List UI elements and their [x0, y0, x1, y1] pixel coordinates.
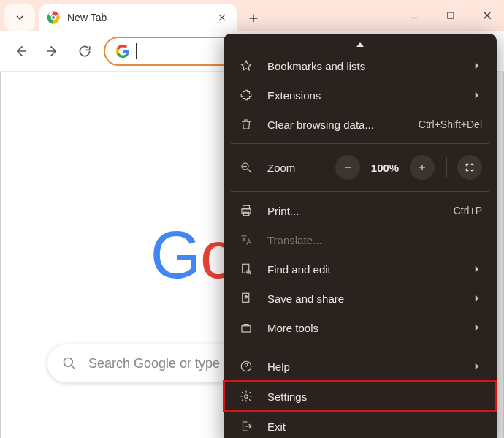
menu-item-zoom: Zoom 100% — [224, 148, 497, 186]
forward-button[interactable] — [39, 38, 66, 64]
menu-shortcut: Ctrl+P — [454, 205, 482, 216]
chevron-right-icon — [474, 294, 480, 303]
gear-icon — [240, 390, 253, 403]
fullscreen-icon — [465, 162, 475, 173]
menu-label: Bookmarks and lists — [267, 60, 472, 72]
chevron-right-icon — [474, 362, 480, 371]
text-cursor — [136, 43, 137, 59]
menu-label: Translate... — [267, 234, 482, 246]
divider — [446, 157, 447, 178]
browser-tab[interactable]: New Tab — [39, 4, 237, 31]
document-search-icon — [240, 263, 253, 276]
svg-rect-8 — [243, 212, 249, 216]
fullscreen-button[interactable] — [457, 155, 482, 180]
exit-icon — [240, 420, 253, 433]
menu-item-exit[interactable]: Exit — [224, 412, 497, 438]
arrow-right-icon — [45, 44, 60, 58]
menu-item-extensions[interactable]: Extensions — [224, 80, 497, 110]
menu-item-save-share[interactable]: Save and share — [224, 284, 497, 313]
trash-icon — [240, 118, 253, 131]
new-tab-button[interactable] — [241, 6, 266, 31]
close-icon — [217, 12, 227, 23]
window-controls — [402, 4, 500, 26]
tab-search-button[interactable] — [4, 4, 35, 31]
plus-icon — [417, 162, 427, 173]
close-window-button[interactable] — [475, 4, 500, 26]
zoom-out-button[interactable] — [335, 155, 360, 180]
minimize-icon — [409, 10, 419, 20]
menu-separator — [231, 143, 489, 144]
menu-label: Print... — [267, 205, 454, 217]
minimize-button[interactable] — [402, 4, 427, 26]
printer-icon — [240, 204, 253, 217]
reload-button[interactable] — [72, 38, 98, 64]
menu-item-print[interactable]: Print... Ctrl+P — [224, 196, 497, 225]
menu-item-help[interactable]: Help — [224, 352, 497, 381]
menu-item-more-tools[interactable]: More tools — [224, 313, 497, 342]
address-bar[interactable] — [104, 37, 243, 66]
menu-shortcut: Ctrl+Shift+Del — [419, 118, 482, 130]
close-icon — [481, 10, 493, 21]
maximize-button[interactable] — [438, 4, 463, 26]
menu-label: Save and share — [267, 292, 472, 305]
chevron-right-icon — [474, 91, 480, 99]
menu-separator — [231, 347, 489, 347]
zoom-in-button[interactable] — [410, 155, 435, 180]
maximize-icon — [446, 10, 456, 20]
menu-label: Exit — [267, 420, 482, 433]
svg-rect-6 — [243, 205, 250, 209]
chrome-menu: Bookmarks and lists Extensions Clear bro… — [224, 34, 497, 438]
help-icon — [240, 360, 253, 373]
vertical-scrollbar[interactable] — [497, 72, 503, 438]
menu-item-find-edit[interactable]: Find and edit — [224, 254, 497, 284]
zoom-icon — [240, 161, 253, 174]
menu-separator — [231, 191, 489, 192]
svg-point-2 — [51, 15, 55, 19]
svg-point-14 — [245, 395, 248, 399]
chrome-icon — [47, 11, 60, 24]
svg-point-4 — [64, 358, 73, 367]
menu-label: Extensions — [267, 89, 472, 102]
tab-strip: New Tab — [0, 0, 504, 31]
svg-rect-9 — [243, 264, 249, 273]
tab-title: New Tab — [67, 12, 215, 23]
chevron-right-icon — [474, 323, 480, 332]
menu-item-bookmarks[interactable]: Bookmarks and lists — [224, 51, 497, 80]
menu-item-translate[interactable]: Translate... — [224, 225, 497, 254]
menu-label: More tools — [267, 322, 472, 334]
menu-item-settings[interactable]: Settings — [224, 381, 497, 412]
menu-label: Find and edit — [267, 263, 472, 276]
search-icon — [62, 356, 77, 371]
zoom-value: 100% — [367, 162, 402, 174]
toolbox-icon — [240, 321, 253, 334]
tab-close-button[interactable] — [215, 10, 229, 25]
chevron-right-icon — [474, 61, 480, 70]
chevron-down-icon — [14, 12, 26, 23]
menu-item-clear-browsing[interactable]: Clear browsing data... Ctrl+Shift+Del — [224, 110, 497, 139]
zoom-label: Zoom — [267, 162, 335, 174]
google-g-icon — [115, 44, 130, 58]
chevron-right-icon — [474, 265, 480, 273]
share-icon — [240, 292, 253, 305]
arrow-left-icon — [13, 44, 28, 58]
svg-rect-12 — [242, 326, 251, 332]
plus-icon — [248, 12, 259, 24]
menu-label: Settings — [267, 390, 482, 403]
menu-caret — [224, 34, 497, 51]
reload-icon — [77, 44, 92, 58]
svg-rect-3 — [448, 12, 454, 18]
svg-rect-11 — [243, 293, 249, 302]
puzzle-icon — [240, 88, 253, 102]
menu-label: Clear browsing data... — [267, 118, 419, 131]
menu-label: Help — [267, 360, 472, 373]
star-icon — [240, 59, 253, 72]
minus-icon — [343, 162, 353, 173]
back-button[interactable] — [7, 38, 34, 64]
translate-icon — [240, 233, 253, 246]
